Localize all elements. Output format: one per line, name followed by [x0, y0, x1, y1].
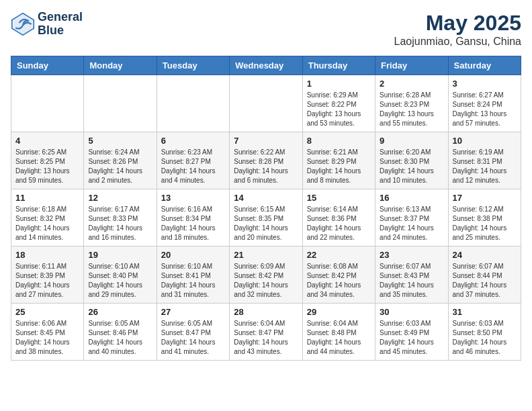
day-number: 6 — [161, 136, 225, 146]
calendar-cell: 4Sunrise: 6:25 AMSunset: 8:25 PMDaylight… — [11, 132, 84, 189]
day-info: Sunrise: 6:14 AMSunset: 8:36 PMDaylight:… — [307, 205, 371, 242]
day-info: Sunrise: 6:16 AMSunset: 8:34 PMDaylight:… — [161, 205, 225, 242]
day-number: 16 — [380, 193, 443, 203]
day-number: 9 — [380, 136, 443, 146]
calendar-cell: 21Sunrise: 6:09 AMSunset: 8:42 PMDayligh… — [230, 246, 302, 304]
day-info: Sunrise: 6:22 AMSunset: 8:28 PMDaylight:… — [234, 148, 298, 185]
day-number: 22 — [307, 250, 371, 260]
day-header-thursday: Thursday — [302, 56, 375, 75]
day-number: 20 — [161, 250, 225, 260]
day-number: 23 — [380, 250, 443, 260]
day-info: Sunrise: 6:05 AMSunset: 8:47 PMDaylight:… — [161, 319, 225, 357]
day-header-sunday: Sunday — [11, 56, 84, 75]
day-number: 31 — [453, 307, 517, 317]
day-info: Sunrise: 6:21 AMSunset: 8:29 PMDaylight:… — [307, 148, 371, 185]
day-number: 18 — [15, 250, 79, 260]
day-info: Sunrise: 6:20 AMSunset: 8:30 PMDaylight:… — [380, 148, 443, 185]
day-number: 5 — [88, 136, 152, 146]
day-info: Sunrise: 6:18 AMSunset: 8:32 PMDaylight:… — [15, 205, 79, 242]
day-number: 15 — [307, 193, 371, 203]
day-info: Sunrise: 6:08 AMSunset: 8:42 PMDaylight:… — [307, 262, 371, 300]
calendar-cell: 25Sunrise: 6:06 AMSunset: 8:45 PMDayligh… — [11, 304, 84, 361]
calendar-cell: 10Sunrise: 6:19 AMSunset: 8:31 PMDayligh… — [448, 132, 521, 189]
calendar-title: May 2025 — [394, 11, 521, 36]
day-number: 29 — [307, 307, 371, 317]
title-block: May 2025 Laojunmiao, Gansu, China — [394, 11, 521, 48]
day-info: Sunrise: 6:24 AMSunset: 8:26 PMDaylight:… — [88, 148, 152, 185]
day-number: 26 — [88, 307, 152, 317]
day-number: 17 — [453, 193, 517, 203]
logo-icon — [11, 12, 35, 36]
calendar-cell: 8Sunrise: 6:21 AMSunset: 8:29 PMDaylight… — [302, 132, 375, 189]
calendar-cell: 26Sunrise: 6:05 AMSunset: 8:46 PMDayligh… — [84, 304, 157, 361]
day-number: 2 — [380, 79, 443, 89]
day-info: Sunrise: 6:03 AMSunset: 8:49 PMDaylight:… — [380, 319, 443, 357]
day-number: 12 — [88, 193, 152, 203]
calendar-cell: 23Sunrise: 6:07 AMSunset: 8:43 PMDayligh… — [375, 246, 448, 304]
day-info: Sunrise: 6:10 AMSunset: 8:40 PMDaylight:… — [88, 262, 152, 300]
day-number: 11 — [15, 193, 79, 203]
calendar-cell: 20Sunrise: 6:10 AMSunset: 8:41 PMDayligh… — [157, 246, 229, 304]
day-info: Sunrise: 6:05 AMSunset: 8:46 PMDaylight:… — [88, 319, 152, 357]
calendar-cell — [11, 75, 84, 132]
day-number: 4 — [15, 136, 79, 146]
calendar-cell: 5Sunrise: 6:24 AMSunset: 8:26 PMDaylight… — [84, 132, 157, 189]
day-info: Sunrise: 6:15 AMSunset: 8:35 PMDaylight:… — [234, 205, 298, 242]
day-info: Sunrise: 6:10 AMSunset: 8:41 PMDaylight:… — [161, 262, 225, 300]
day-number: 1 — [307, 79, 371, 89]
calendar-cell: 11Sunrise: 6:18 AMSunset: 8:32 PMDayligh… — [11, 189, 84, 246]
day-number: 10 — [453, 136, 517, 146]
calendar-cell: 9Sunrise: 6:20 AMSunset: 8:30 PMDaylight… — [375, 132, 448, 189]
day-number: 25 — [15, 307, 79, 317]
day-number: 30 — [380, 307, 443, 317]
calendar-cell: 29Sunrise: 6:04 AMSunset: 8:48 PMDayligh… — [302, 304, 375, 361]
calendar-cell: 15Sunrise: 6:14 AMSunset: 8:36 PMDayligh… — [302, 189, 375, 246]
day-number: 7 — [234, 136, 298, 146]
calendar-week-4: 25Sunrise: 6:06 AMSunset: 8:45 PMDayligh… — [11, 304, 521, 361]
calendar-cell: 30Sunrise: 6:03 AMSunset: 8:49 PMDayligh… — [375, 304, 448, 361]
day-number: 13 — [161, 193, 225, 203]
day-number: 21 — [234, 250, 298, 260]
calendar-cell: 7Sunrise: 6:22 AMSunset: 8:28 PMDaylight… — [230, 132, 302, 189]
logo-text: General Blue — [38, 11, 83, 38]
calendar-cell: 16Sunrise: 6:13 AMSunset: 8:37 PMDayligh… — [375, 189, 448, 246]
calendar-cell: 18Sunrise: 6:11 AMSunset: 8:39 PMDayligh… — [11, 246, 84, 304]
calendar-subtitle: Laojunmiao, Gansu, China — [394, 36, 521, 48]
day-info: Sunrise: 6:06 AMSunset: 8:45 PMDaylight:… — [15, 319, 79, 357]
day-info: Sunrise: 6:23 AMSunset: 8:27 PMDaylight:… — [161, 148, 225, 185]
day-info: Sunrise: 6:04 AMSunset: 8:47 PMDaylight:… — [234, 319, 298, 357]
day-info: Sunrise: 6:11 AMSunset: 8:39 PMDaylight:… — [15, 262, 79, 300]
day-header-saturday: Saturday — [448, 56, 521, 75]
day-info: Sunrise: 6:19 AMSunset: 8:31 PMDaylight:… — [453, 148, 517, 185]
day-number: 19 — [88, 250, 152, 260]
day-number: 3 — [453, 79, 517, 89]
calendar-table: SundayMondayTuesdayWednesdayThursdayFrid… — [11, 56, 521, 361]
calendar-cell: 14Sunrise: 6:15 AMSunset: 8:35 PMDayligh… — [230, 189, 302, 246]
logo: General Blue — [11, 11, 83, 38]
calendar-week-3: 18Sunrise: 6:11 AMSunset: 8:39 PMDayligh… — [11, 246, 521, 304]
calendar-cell: 3Sunrise: 6:27 AMSunset: 8:24 PMDaylight… — [448, 75, 521, 132]
day-number: 8 — [307, 136, 371, 146]
day-info: Sunrise: 6:03 AMSunset: 8:50 PMDaylight:… — [453, 319, 517, 357]
calendar-cell — [157, 75, 229, 132]
day-info: Sunrise: 6:17 AMSunset: 8:33 PMDaylight:… — [88, 205, 152, 242]
day-header-friday: Friday — [375, 56, 448, 75]
day-info: Sunrise: 6:29 AMSunset: 8:22 PMDaylight:… — [307, 91, 371, 128]
day-number: 27 — [161, 307, 225, 317]
day-info: Sunrise: 6:07 AMSunset: 8:44 PMDaylight:… — [453, 262, 517, 300]
day-info: Sunrise: 6:27 AMSunset: 8:24 PMDaylight:… — [453, 91, 517, 128]
day-header-tuesday: Tuesday — [157, 56, 229, 75]
day-info: Sunrise: 6:09 AMSunset: 8:42 PMDaylight:… — [234, 262, 298, 300]
calendar-week-2: 11Sunrise: 6:18 AMSunset: 8:32 PMDayligh… — [11, 189, 521, 246]
calendar-cell: 19Sunrise: 6:10 AMSunset: 8:40 PMDayligh… — [84, 246, 157, 304]
day-info: Sunrise: 6:25 AMSunset: 8:25 PMDaylight:… — [15, 148, 79, 185]
calendar-cell: 1Sunrise: 6:29 AMSunset: 8:22 PMDaylight… — [302, 75, 375, 132]
calendar-cell: 27Sunrise: 6:05 AMSunset: 8:47 PMDayligh… — [157, 304, 229, 361]
day-number: 28 — [234, 307, 298, 317]
calendar-cell — [84, 75, 157, 132]
day-info: Sunrise: 6:13 AMSunset: 8:37 PMDaylight:… — [380, 205, 443, 242]
day-header-monday: Monday — [84, 56, 157, 75]
calendar-cell — [230, 75, 302, 132]
day-info: Sunrise: 6:07 AMSunset: 8:43 PMDaylight:… — [380, 262, 443, 300]
calendar-header-row: SundayMondayTuesdayWednesdayThursdayFrid… — [11, 56, 521, 75]
